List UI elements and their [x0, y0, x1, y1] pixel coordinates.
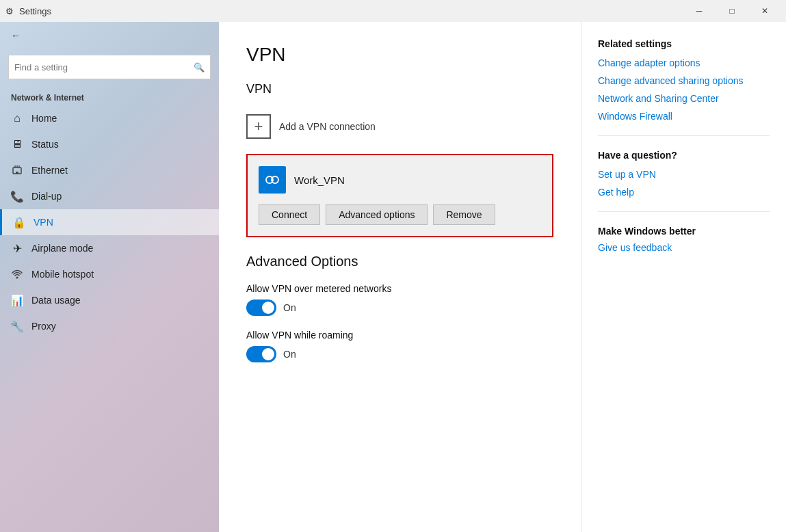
titlebar-controls: ─ □ ✕	[683, 0, 781, 22]
toggle2-container: On	[246, 346, 553, 362]
add-vpn-icon: +	[246, 114, 271, 139]
vpn-connection-name: Work_VPN	[294, 174, 345, 186]
dialup-icon: 📞	[11, 190, 23, 202]
sidebar-item-label: VPN	[34, 217, 53, 228]
sidebar-section-label: Network & Internet	[0, 88, 219, 105]
vpn-card-actions: Connect Advanced options Remove	[259, 204, 541, 225]
sidebar-item-ethernet[interactable]: Ethernet	[0, 157, 219, 183]
remove-button[interactable]: Remove	[433, 204, 495, 225]
vpn-card-header: Work_VPN	[259, 166, 541, 194]
titlebar-left: ⚙ Settings	[5, 6, 51, 16]
page-title: VPN	[246, 44, 553, 66]
sidebar-item-hotspot[interactable]: Mobile hotspot	[0, 261, 219, 287]
advanced-options-button[interactable]: Advanced options	[326, 204, 428, 225]
ethernet-icon	[11, 164, 23, 176]
get-help-link[interactable]: Get help	[598, 187, 770, 198]
sidebar-item-vpn[interactable]: 🔒 VPN	[0, 209, 219, 235]
close-button[interactable]: ✕	[749, 0, 781, 22]
windows-firewall-link[interactable]: Windows Firewall	[598, 111, 770, 122]
sidebar-item-dialup[interactable]: 📞 Dial-up	[0, 183, 219, 209]
sidebar-item-label: Ethernet	[31, 165, 68, 176]
add-vpn-row[interactable]: + Add a VPN connection	[246, 107, 553, 146]
titlebar: ⚙ Settings ─ □ ✕	[0, 0, 786, 22]
toggle1-switch[interactable]	[246, 300, 276, 316]
sidebar-item-label: Status	[31, 139, 59, 150]
right-divider-1	[598, 135, 770, 136]
vpn-nav-icon: 🔒	[13, 216, 25, 228]
right-panel: Related settings Change adapter options …	[581, 22, 786, 532]
sidebar-item-proxy[interactable]: 🔧 Proxy	[0, 313, 219, 339]
change-sharing-link[interactable]: Change advanced sharing options	[598, 75, 770, 86]
sidebar-item-label: Airplane mode	[31, 243, 93, 254]
search-input[interactable]	[14, 62, 191, 72]
svg-point-5	[16, 277, 18, 279]
related-settings-title: Related settings	[598, 38, 770, 49]
toggle-row-roaming: Allow VPN while roaming On	[246, 330, 553, 362]
toggle1-container: On	[246, 300, 553, 316]
have-question-title: Have a question?	[598, 150, 770, 161]
toggle1-state: On	[283, 302, 296, 313]
status-icon: 🖥	[11, 138, 23, 150]
right-divider-2	[598, 211, 770, 212]
sidebar: ← 🔍 Network & Internet ⌂ Home 🖥 Status	[0, 22, 219, 532]
add-vpn-label: Add a VPN connection	[279, 121, 376, 132]
advanced-options-title: Advanced Options	[246, 254, 553, 269]
sidebar-item-label: Proxy	[31, 321, 56, 332]
setup-vpn-link[interactable]: Set up a VPN	[598, 169, 770, 180]
restore-button[interactable]: □	[716, 0, 748, 22]
hotspot-icon	[11, 268, 23, 280]
main-panel: VPN VPN + Add a VPN connection	[219, 22, 581, 532]
toggle1-label: Allow VPN over metered networks	[246, 283, 553, 294]
home-icon: ⌂	[11, 112, 23, 124]
search-container: 🔍	[8, 55, 211, 79]
give-feedback-link[interactable]: Give us feedback	[598, 242, 770, 253]
change-adapter-link[interactable]: Change adapter options	[598, 57, 770, 68]
proxy-icon: 🔧	[11, 320, 23, 332]
sidebar-item-label: Home	[31, 113, 57, 124]
minimize-button[interactable]: ─	[683, 0, 715, 22]
vpn-card: Work_VPN Connect Advanced options Remove	[246, 154, 553, 237]
network-sharing-center-link[interactable]: Network and Sharing Center	[598, 93, 770, 104]
search-icon: 🔍	[194, 62, 205, 72]
sidebar-item-label: Dial-up	[31, 191, 62, 202]
toggle2-state: On	[283, 349, 296, 360]
back-icon: ←	[11, 30, 21, 41]
settings-icon: ⚙	[5, 6, 14, 16]
vpn-icon-box	[259, 166, 286, 194]
toggle2-switch[interactable]	[246, 346, 276, 362]
toggle2-label: Allow VPN while roaming	[246, 330, 553, 341]
sidebar-item-datausage[interactable]: 📊 Data usage	[0, 287, 219, 313]
airplane-icon: ✈	[11, 242, 23, 254]
app-body: ← 🔍 Network & Internet ⌂ Home 🖥 Status	[0, 22, 786, 532]
sidebar-item-airplane[interactable]: ✈ Airplane mode	[0, 235, 219, 261]
toggle-row-metered: Allow VPN over metered networks On	[246, 283, 553, 316]
datausage-icon: 📊	[11, 294, 23, 306]
connect-button[interactable]: Connect	[259, 204, 320, 225]
sidebar-item-status[interactable]: 🖥 Status	[0, 131, 219, 157]
sidebar-item-label: Data usage	[31, 295, 81, 306]
svg-rect-4	[16, 172, 18, 174]
back-button[interactable]: ←	[0, 22, 219, 49]
sidebar-item-label: Mobile hotspot	[31, 269, 94, 280]
content-area: VPN VPN + Add a VPN connection	[219, 22, 786, 532]
sidebar-item-home[interactable]: ⌂ Home	[0, 105, 219, 131]
vpn-section-title: VPN	[246, 82, 553, 96]
make-windows-better-title: Make Windows better	[598, 226, 770, 237]
titlebar-title: Settings	[19, 6, 51, 16]
